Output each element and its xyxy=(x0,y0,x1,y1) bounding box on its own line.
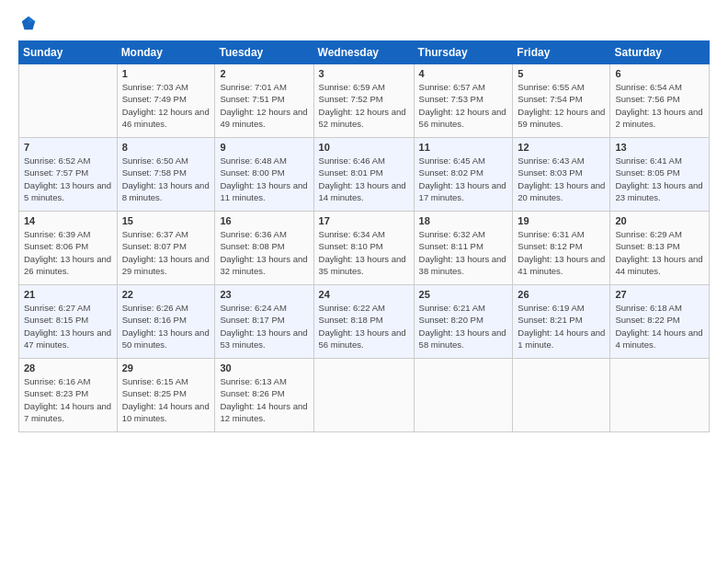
day-info: Sunrise: 7:03 AMSunset: 7:49 PMDaylight:… xyxy=(122,81,210,130)
day-number: 30 xyxy=(220,362,308,373)
header-row: SundayMondayTuesdayWednesdayThursdayFrid… xyxy=(19,41,710,64)
day-number: 16 xyxy=(220,215,308,226)
day-number: 2 xyxy=(220,68,308,79)
header-cell-sunday: Sunday xyxy=(19,41,118,64)
day-cell: 6Sunrise: 6:54 AMSunset: 7:56 PMDaylight… xyxy=(610,64,710,138)
day-info: Sunrise: 6:37 AMSunset: 8:07 PMDaylight:… xyxy=(122,228,210,277)
day-info: Sunrise: 6:34 AMSunset: 8:10 PMDaylight:… xyxy=(319,228,409,277)
day-info: Sunrise: 6:26 AMSunset: 8:16 PMDaylight:… xyxy=(122,302,210,350)
day-cell xyxy=(610,359,710,432)
day-number: 11 xyxy=(419,142,508,153)
day-cell: 12Sunrise: 6:43 AMSunset: 8:03 PMDayligh… xyxy=(513,138,610,212)
day-info: Sunrise: 6:48 AMSunset: 8:00 PMDaylight:… xyxy=(220,155,308,203)
day-number: 28 xyxy=(24,362,112,373)
day-cell: 22Sunrise: 6:26 AMSunset: 8:16 PMDayligh… xyxy=(117,285,215,359)
week-row-2: 7Sunrise: 6:52 AMSunset: 7:57 PMDaylight… xyxy=(19,138,710,212)
day-number: 19 xyxy=(518,215,605,226)
header-cell-saturday: Saturday xyxy=(610,41,710,64)
day-number: 26 xyxy=(518,289,605,300)
day-info: Sunrise: 6:43 AMSunset: 8:03 PMDaylight:… xyxy=(518,155,605,203)
day-number: 10 xyxy=(319,142,409,153)
calendar-body: 1Sunrise: 7:03 AMSunset: 7:49 PMDaylight… xyxy=(19,64,710,432)
day-cell: 11Sunrise: 6:45 AMSunset: 8:02 PMDayligh… xyxy=(414,138,513,212)
day-number: 3 xyxy=(319,68,409,79)
day-number: 15 xyxy=(122,215,210,226)
week-row-3: 14Sunrise: 6:39 AMSunset: 8:06 PMDayligh… xyxy=(19,212,710,285)
day-cell xyxy=(313,359,414,432)
day-cell: 21Sunrise: 6:27 AMSunset: 8:15 PMDayligh… xyxy=(19,285,118,359)
day-info: Sunrise: 6:13 AMSunset: 8:26 PMDaylight:… xyxy=(220,375,308,424)
header-cell-friday: Friday xyxy=(513,41,610,64)
day-info: Sunrise: 6:54 AMSunset: 7:56 PMDaylight:… xyxy=(615,81,704,130)
header-cell-tuesday: Tuesday xyxy=(215,41,313,64)
day-info: Sunrise: 6:39 AMSunset: 8:06 PMDaylight:… xyxy=(24,228,112,277)
day-number: 21 xyxy=(24,289,112,300)
day-cell: 2Sunrise: 7:01 AMSunset: 7:51 PMDaylight… xyxy=(215,64,313,138)
day-number: 17 xyxy=(319,215,409,226)
header-cell-thursday: Thursday xyxy=(414,41,513,64)
day-number: 5 xyxy=(518,68,605,79)
day-number: 23 xyxy=(220,289,308,300)
logo xyxy=(18,15,37,31)
day-cell: 18Sunrise: 6:32 AMSunset: 8:11 PMDayligh… xyxy=(414,212,513,285)
calendar-table: SundayMondayTuesdayWednesdayThursdayFrid… xyxy=(18,40,710,432)
day-info: Sunrise: 6:46 AMSunset: 8:01 PMDaylight:… xyxy=(319,155,409,203)
day-cell: 19Sunrise: 6:31 AMSunset: 8:12 PMDayligh… xyxy=(513,212,610,285)
day-cell: 24Sunrise: 6:22 AMSunset: 8:18 PMDayligh… xyxy=(313,285,414,359)
logo-icon xyxy=(20,15,37,31)
day-number: 6 xyxy=(615,68,704,79)
day-info: Sunrise: 6:55 AMSunset: 7:54 PMDaylight:… xyxy=(518,81,605,130)
day-info: Sunrise: 6:31 AMSunset: 8:12 PMDaylight:… xyxy=(518,228,605,277)
day-cell: 1Sunrise: 7:03 AMSunset: 7:49 PMDaylight… xyxy=(117,64,215,138)
day-cell: 20Sunrise: 6:29 AMSunset: 8:13 PMDayligh… xyxy=(610,212,710,285)
day-info: Sunrise: 6:19 AMSunset: 8:21 PMDaylight:… xyxy=(518,302,605,350)
day-cell: 30Sunrise: 6:13 AMSunset: 8:26 PMDayligh… xyxy=(215,359,313,432)
day-cell: 10Sunrise: 6:46 AMSunset: 8:01 PMDayligh… xyxy=(313,138,414,212)
day-number: 27 xyxy=(615,289,704,300)
calendar-header: SundayMondayTuesdayWednesdayThursdayFrid… xyxy=(19,41,710,64)
day-number: 1 xyxy=(122,68,210,79)
day-info: Sunrise: 6:45 AMSunset: 8:02 PMDaylight:… xyxy=(419,155,508,203)
day-cell: 16Sunrise: 6:36 AMSunset: 8:08 PMDayligh… xyxy=(215,212,313,285)
day-number: 24 xyxy=(319,289,409,300)
day-cell: 9Sunrise: 6:48 AMSunset: 8:00 PMDaylight… xyxy=(215,138,313,212)
day-number: 4 xyxy=(419,68,508,79)
day-cell: 13Sunrise: 6:41 AMSunset: 8:05 PMDayligh… xyxy=(610,138,710,212)
day-info: Sunrise: 6:29 AMSunset: 8:13 PMDaylight:… xyxy=(615,228,704,277)
week-row-4: 21Sunrise: 6:27 AMSunset: 8:15 PMDayligh… xyxy=(19,285,710,359)
day-number: 9 xyxy=(220,142,308,153)
day-cell: 7Sunrise: 6:52 AMSunset: 7:57 PMDaylight… xyxy=(19,138,118,212)
day-number: 22 xyxy=(122,289,210,300)
day-cell: 8Sunrise: 6:50 AMSunset: 7:58 PMDaylight… xyxy=(117,138,215,212)
day-info: Sunrise: 6:50 AMSunset: 7:58 PMDaylight:… xyxy=(122,155,210,203)
day-cell: 17Sunrise: 6:34 AMSunset: 8:10 PMDayligh… xyxy=(313,212,414,285)
day-info: Sunrise: 6:22 AMSunset: 8:18 PMDaylight:… xyxy=(319,302,409,350)
day-info: Sunrise: 6:36 AMSunset: 8:08 PMDaylight:… xyxy=(220,228,308,277)
day-info: Sunrise: 6:41 AMSunset: 8:05 PMDaylight:… xyxy=(615,155,704,203)
day-info: Sunrise: 6:18 AMSunset: 8:22 PMDaylight:… xyxy=(615,302,704,350)
day-cell xyxy=(513,359,610,432)
day-cell: 15Sunrise: 6:37 AMSunset: 8:07 PMDayligh… xyxy=(117,212,215,285)
week-row-5: 28Sunrise: 6:16 AMSunset: 8:23 PMDayligh… xyxy=(19,359,710,432)
day-number: 12 xyxy=(518,142,605,153)
day-cell: 4Sunrise: 6:57 AMSunset: 7:53 PMDaylight… xyxy=(414,64,513,138)
day-number: 25 xyxy=(419,289,508,300)
header xyxy=(18,15,710,31)
day-info: Sunrise: 6:15 AMSunset: 8:25 PMDaylight:… xyxy=(122,375,210,424)
day-cell: 5Sunrise: 6:55 AMSunset: 7:54 PMDaylight… xyxy=(513,64,610,138)
day-info: Sunrise: 6:21 AMSunset: 8:20 PMDaylight:… xyxy=(419,302,508,350)
day-number: 7 xyxy=(24,142,112,153)
day-info: Sunrise: 6:52 AMSunset: 7:57 PMDaylight:… xyxy=(24,155,112,203)
day-number: 14 xyxy=(24,215,112,226)
day-number: 18 xyxy=(419,215,508,226)
day-cell: 26Sunrise: 6:19 AMSunset: 8:21 PMDayligh… xyxy=(513,285,610,359)
day-info: Sunrise: 7:01 AMSunset: 7:51 PMDaylight:… xyxy=(220,81,308,130)
day-cell xyxy=(19,64,118,138)
day-cell xyxy=(414,359,513,432)
day-info: Sunrise: 6:32 AMSunset: 8:11 PMDaylight:… xyxy=(419,228,508,277)
day-cell: 14Sunrise: 6:39 AMSunset: 8:06 PMDayligh… xyxy=(19,212,118,285)
header-cell-wednesday: Wednesday xyxy=(313,41,414,64)
day-cell: 25Sunrise: 6:21 AMSunset: 8:20 PMDayligh… xyxy=(414,285,513,359)
day-number: 13 xyxy=(615,142,704,153)
day-info: Sunrise: 6:24 AMSunset: 8:17 PMDaylight:… xyxy=(220,302,308,350)
